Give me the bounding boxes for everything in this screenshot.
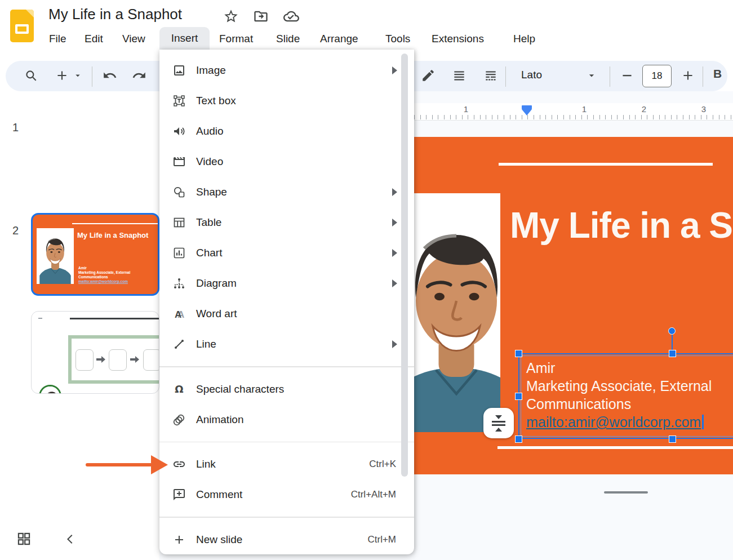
autofit-arrow-up-icon [495, 428, 502, 432]
speaker-notes-drag-handle[interactable] [604, 491, 648, 494]
current-slide[interactable]: My Life in a Snaphot Amir Marketing Asso… [394, 137, 733, 474]
document-title[interactable]: My Life in a Snaphot [48, 6, 182, 23]
menu-edit[interactable]: Edit [85, 29, 103, 48]
word-art-icon: A A [172, 307, 186, 321]
resize-handle-bottom-left[interactable] [515, 435, 522, 443]
menu-item-comment[interactable]: Comment Ctrl+Alt+M [159, 479, 414, 510]
autofit-arrow-down-icon [495, 415, 502, 419]
text-line-role: Marketing Associate, External [526, 377, 712, 395]
menu-item-new-slide[interactable]: New slide Ctrl+M [159, 525, 414, 555]
line-icon [172, 337, 186, 351]
undo-icon[interactable] [103, 68, 117, 83]
special-characters-icon: Ω [172, 383, 186, 396]
selected-text-box[interactable]: Amir Marketing Associate, External Commu… [518, 353, 733, 439]
menu-divider [159, 517, 414, 518]
menu-format[interactable]: Format [219, 29, 253, 48]
move-folder-icon[interactable] [253, 8, 269, 24]
submenu-arrow-icon [392, 279, 397, 287]
menu-arrange[interactable]: Arrange [320, 29, 358, 48]
text-autofit-button[interactable] [483, 408, 514, 438]
menu-item-link[interactable]: Link Ctrl+K [159, 449, 414, 479]
font-size-input[interactable]: 18 [642, 65, 672, 87]
grid-view-icon[interactable] [16, 531, 32, 546]
thumb2-flow-arrow-icon [96, 355, 105, 363]
text-line-dept: Communications [526, 395, 712, 413]
slide-title-text[interactable]: My Life in a Snaphot [510, 205, 733, 246]
star-icon[interactable] [223, 8, 239, 24]
shortcut-label: Ctrl+M [367, 534, 396, 545]
menu-tools[interactable]: Tools [385, 29, 410, 48]
text-line-name: Amir [526, 359, 712, 377]
mailto-link-text[interactable]: mailto:amir@worldcorp.com [526, 414, 701, 430]
menu-item-word-art[interactable]: A A Word art [159, 299, 414, 329]
rotation-handle[interactable] [668, 327, 676, 335]
slide-2-thumbnail[interactable] [31, 311, 159, 394]
indent-marker[interactable] [522, 105, 532, 115]
submenu-arrow-icon [392, 219, 397, 226]
menu-slide[interactable]: Slide [276, 29, 300, 48]
menu-file[interactable]: File [49, 29, 66, 48]
menu-item-table[interactable]: Table [159, 207, 414, 238]
thumb2-avatar [39, 385, 61, 394]
menu-help[interactable]: Help [513, 29, 535, 48]
checklist-spacing-icon[interactable] [483, 68, 498, 83]
collapse-filmstrip-chevron-icon[interactable] [64, 532, 77, 546]
thumb1-link: mailto:amir@worldcorp.com [78, 279, 130, 284]
menu-item-shape[interactable]: Shape [159, 177, 414, 207]
resize-handle-bottom-middle[interactable] [669, 435, 676, 443]
thumb1-accent-line [72, 223, 159, 224]
shape-icon [172, 185, 186, 199]
logo-rectangle [15, 24, 29, 34]
resize-handle-top-middle[interactable] [669, 350, 676, 357]
menu-item-image[interactable]: Image [159, 55, 414, 86]
thumb1-text-block: Amir Marketing Associate, External Commu… [78, 266, 130, 284]
menu-divider [159, 442, 414, 443]
bold-button[interactable]: B [713, 67, 722, 81]
menu-view[interactable]: View [122, 29, 145, 48]
horizontal-ruler[interactable]: 1 1 2 3 [414, 103, 733, 121]
menu-extensions[interactable]: Extensions [432, 29, 484, 48]
zoom-add-icon[interactable] [55, 68, 69, 83]
increase-font-size-icon[interactable] [681, 68, 695, 83]
font-dropdown-caret-icon[interactable] [586, 68, 597, 83]
ruler-label: 3 [698, 104, 709, 114]
slide-1-thumbnail[interactable]: My Life in a Snaphot Amir Marketing Asso… [31, 213, 159, 296]
cloud-saved-icon[interactable] [283, 8, 299, 24]
menu-item-audio[interactable]: Audio [159, 116, 414, 146]
text-box-content[interactable]: Amir Marketing Associate, External Commu… [526, 359, 712, 431]
zoom-dropdown-caret-icon[interactable] [73, 68, 83, 83]
menu-item-video[interactable]: Video [159, 146, 414, 177]
ruler-ticks [414, 115, 733, 119]
font-family-select[interactable]: Lato [521, 69, 542, 81]
paint-format-icon[interactable] [421, 68, 436, 83]
table-icon [172, 216, 186, 229]
comment-icon [172, 488, 186, 501]
menu-item-chart[interactable]: Chart [159, 238, 414, 268]
thumb2-top-line [70, 318, 159, 319]
thumb1-title: My Life in a Snaphot [77, 231, 148, 239]
shortcut-label: Ctrl+Alt+M [351, 489, 396, 500]
toolbar-divider [610, 66, 610, 87]
menu-scrollbar[interactable] [401, 54, 408, 477]
new-slide-icon [172, 533, 186, 546]
text-line-link: mailto:amir@worldcorp.com [526, 413, 712, 431]
menu-item-special-characters[interactable]: Ω Special characters [159, 374, 414, 405]
insert-dropdown-menu: Image Text box Audio Video [159, 50, 414, 554]
resize-handle-top-left[interactable] [515, 350, 522, 357]
menu-insert-active[interactable]: Insert [159, 27, 210, 50]
menu-item-animation[interactable]: Animation [159, 405, 414, 435]
resize-handle-middle-left[interactable] [515, 393, 522, 400]
autofit-line-icon [492, 424, 505, 426]
redo-icon[interactable] [132, 68, 146, 83]
autofit-line-icon [492, 421, 505, 423]
search-icon[interactable] [24, 68, 38, 83]
thumb2-flow-box [143, 349, 159, 371]
ruler-label: 1 [579, 104, 590, 114]
slides-logo[interactable] [10, 10, 34, 42]
text-cursor [702, 415, 704, 429]
menu-item-diagram[interactable]: Diagram [159, 268, 414, 299]
decrease-font-size-icon[interactable] [620, 68, 634, 83]
line-spacing-icon[interactable] [452, 68, 467, 83]
menu-item-text-box[interactable]: Text box [159, 86, 414, 116]
menu-item-line[interactable]: Line [159, 329, 414, 359]
